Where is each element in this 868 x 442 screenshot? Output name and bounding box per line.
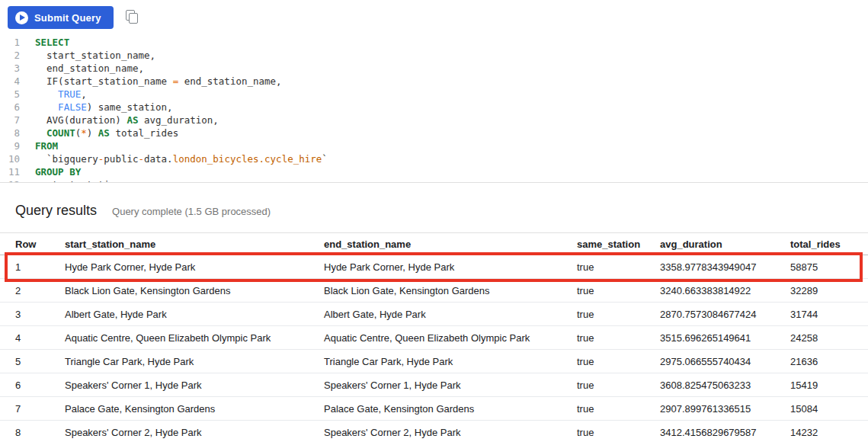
- code-line: 4 IF(start_station_name = end_station_na…: [0, 75, 868, 88]
- play-icon: [15, 11, 28, 24]
- code-line: 1SELECT: [0, 36, 868, 49]
- code-text: FALSE) same_station,: [29, 101, 173, 114]
- line-number: 6: [0, 101, 29, 114]
- table-cell: 14232: [775, 427, 868, 438]
- code-line: 9FROM: [0, 139, 868, 152]
- line-number: 2: [0, 49, 29, 62]
- column-header: end_station_name: [309, 239, 562, 250]
- table-row: 3Albert Gate, Hyde ParkAlbert Gate, Hyde…: [0, 303, 868, 326]
- table-row: 4Aquatic Centre, Queen Elizabeth Olympic…: [0, 326, 868, 350]
- table-row: 2Black Lion Gate, Kensington GardensBlac…: [0, 279, 868, 303]
- table-cell: 2975.066555740434: [645, 356, 775, 367]
- copy-icon[interactable]: [126, 10, 139, 25]
- toolbar: Submit Query: [0, 0, 868, 32]
- table-row: 7Palace Gate, Kensington GardensPalace G…: [0, 397, 868, 421]
- table-cell: 1: [0, 261, 50, 273]
- table-cell: Aquatic Centre, Queen Elizabeth Olympic …: [50, 332, 309, 344]
- table-cell: 58875: [775, 261, 868, 273]
- table-cell: Black Lion Gate, Kensington Gardens: [50, 285, 309, 296]
- line-number: 5: [0, 88, 29, 101]
- table-cell: true: [562, 309, 645, 320]
- results-title: Query results: [15, 203, 97, 219]
- table-cell: 3412.4156829679587: [645, 427, 775, 438]
- table-cell: Speakers' Corner 1, Hyde Park: [309, 380, 562, 391]
- line-number: 1: [0, 36, 29, 49]
- line-number: 11: [0, 165, 29, 178]
- table-cell: true: [562, 261, 645, 273]
- column-header: start_station_name: [50, 239, 309, 250]
- table-header-row: Rowstart_station_nameend_station_namesam…: [0, 232, 868, 255]
- table-cell: 2870.7573084677424: [645, 309, 775, 320]
- table-cell: 4: [0, 332, 50, 344]
- results-table: Rowstart_station_nameend_station_namesam…: [0, 232, 868, 442]
- code-line: 7 AVG(duration) AS avg_duration,: [0, 114, 868, 127]
- column-header: same_station: [562, 239, 645, 250]
- table-cell: Hyde Park Corner, Hyde Park: [309, 261, 562, 273]
- table-row: 5Triangle Car Park, Hyde ParkTriangle Ca…: [0, 350, 868, 373]
- table-cell: 3240.663383814922: [645, 285, 775, 296]
- table-cell: 15084: [775, 403, 868, 415]
- code-text: SELECT: [29, 36, 69, 49]
- results-status: Query complete (1.5 GB processed): [112, 206, 271, 217]
- sql-editor[interactable]: 1SELECT2 start_station_name,3 end_statio…: [0, 32, 868, 183]
- table-cell: 6: [0, 380, 50, 391]
- table-cell: true: [562, 332, 645, 344]
- code-text: TRUE,: [29, 88, 87, 101]
- table-cell: Black Lion Gate, Kensington Gardens: [309, 285, 562, 296]
- table-cell: 24258: [775, 332, 868, 344]
- code-line: 6 FALSE) same_station,: [0, 101, 868, 114]
- table-cell: 7: [0, 403, 50, 415]
- submit-query-button[interactable]: Submit Query: [8, 6, 114, 29]
- table-row: 1Hyde Park Corner, Hyde ParkHyde Park Co…: [0, 255, 868, 279]
- table-cell: true: [562, 403, 645, 415]
- table-row: 6Speakers' Corner 1, Hyde ParkSpeakers' …: [0, 373, 868, 397]
- table-cell: Albert Gate, Hyde Park: [309, 309, 562, 320]
- code-line: 8 COUNT(*) AS total_rides: [0, 127, 868, 139]
- column-header: avg_duration: [645, 239, 775, 250]
- table-cell: 2907.899761336515: [645, 403, 775, 415]
- table-cell: true: [562, 380, 645, 391]
- table-cell: 31744: [775, 309, 868, 320]
- table-body: 1Hyde Park Corner, Hyde ParkHyde Park Co…: [0, 255, 868, 442]
- submit-query-label: Submit Query: [34, 12, 101, 24]
- code-line: 2 start_station_name,: [0, 49, 868, 62]
- table-cell: Albert Gate, Hyde Park: [50, 309, 309, 320]
- table-cell: Speakers' Corner 2, Hyde Park: [50, 427, 309, 438]
- results-header: Query results Query complete (1.5 GB pro…: [0, 183, 868, 232]
- table-cell: true: [562, 427, 645, 438]
- table-cell: 8: [0, 427, 50, 438]
- table-cell: 3608.825475063233: [645, 380, 775, 391]
- table-cell: 2: [0, 285, 50, 296]
- code-text: COUNT(*) AS total_rides: [29, 127, 178, 139]
- code-text: AVG(duration) AS avg_duration,: [29, 114, 219, 127]
- table-cell: 5: [0, 356, 50, 367]
- line-number: 3: [0, 62, 29, 75]
- code-text: `bigquery-public-data.london_bicycles.cy…: [29, 152, 328, 165]
- column-header: Row: [0, 239, 50, 250]
- column-header: total_rides: [775, 239, 868, 250]
- table-cell: Hyde Park Corner, Hyde Park: [50, 261, 309, 273]
- table-cell: 21636: [775, 356, 868, 367]
- table-cell: Speakers' Corner 2, Hyde Park: [309, 427, 562, 438]
- table-cell: 3515.696265149641: [645, 332, 775, 344]
- code-line: 3 end_station_name,: [0, 62, 868, 75]
- table-cell: Palace Gate, Kensington Gardens: [309, 403, 562, 415]
- table-cell: Palace Gate, Kensington Gardens: [50, 403, 309, 415]
- table-cell: 15419: [775, 380, 868, 391]
- code-text: FROM: [29, 139, 58, 152]
- line-number: 8: [0, 127, 29, 139]
- table-cell: 3: [0, 309, 50, 320]
- line-number: 10: [0, 152, 29, 165]
- table-cell: Triangle Car Park, Hyde Park: [309, 356, 562, 367]
- line-number: 4: [0, 75, 29, 88]
- table-cell: Aquatic Centre, Queen Elizabeth Olympic …: [309, 332, 562, 344]
- code-text: start_station_name,: [29, 49, 155, 62]
- code-line: 10 `bigquery-public-data.london_bicycles…: [0, 152, 868, 165]
- code-line: 11GROUP BY: [0, 165, 868, 178]
- table-cell: 3358.9778343949047: [645, 261, 775, 273]
- line-number: 7: [0, 114, 29, 127]
- line-number: 9: [0, 139, 29, 152]
- table-cell: Triangle Car Park, Hyde Park: [50, 356, 309, 367]
- table-cell: Speakers' Corner 1, Hyde Park: [50, 380, 309, 391]
- table-row: 8Speakers' Corner 2, Hyde ParkSpeakers' …: [0, 421, 868, 442]
